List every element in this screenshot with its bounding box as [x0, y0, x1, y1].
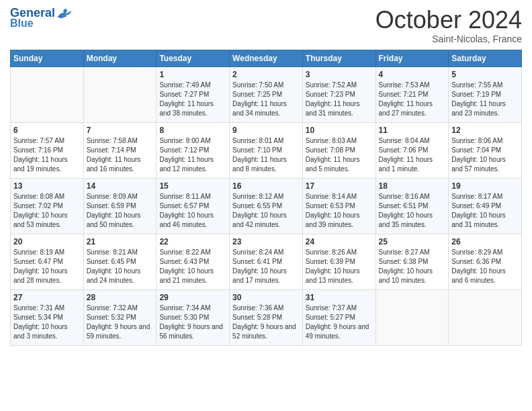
day-cell: 15Sunrise: 8:11 AM Sunset: 6:57 PM Dayli… — [157, 178, 230, 234]
day-header-friday: Friday — [375, 50, 449, 66]
day-info: Sunrise: 8:16 AM Sunset: 6:51 PM Dayligh… — [379, 192, 446, 230]
day-cell: 20Sunrise: 8:19 AM Sunset: 6:47 PM Dayli… — [11, 234, 84, 289]
day-cell: 12Sunrise: 8:06 AM Sunset: 7:04 PM Dayli… — [449, 122, 522, 178]
day-header-wednesday: Wednesday — [230, 50, 303, 66]
day-cell: 11Sunrise: 8:04 AM Sunset: 7:06 PM Dayli… — [375, 122, 449, 178]
day-info: Sunrise: 8:01 AM Sunset: 7:10 PM Dayligh… — [232, 136, 300, 174]
week-row-4: 20Sunrise: 8:19 AM Sunset: 6:47 PM Dayli… — [11, 234, 522, 289]
day-cell: 3Sunrise: 7:52 AM Sunset: 7:23 PM Daylig… — [302, 66, 375, 122]
day-info: Sunrise: 8:29 AM Sunset: 6:36 PM Dayligh… — [451, 248, 519, 285]
day-info: Sunrise: 8:19 AM Sunset: 6:47 PM Dayligh… — [13, 248, 81, 285]
day-info: Sunrise: 7:31 AM Sunset: 5:34 PM Dayligh… — [13, 304, 81, 341]
day-cell: 28Sunrise: 7:32 AM Sunset: 5:32 PM Dayli… — [83, 289, 157, 345]
day-cell: 25Sunrise: 8:27 AM Sunset: 6:38 PM Dayli… — [375, 234, 449, 289]
day-cell: 29Sunrise: 7:34 AM Sunset: 5:30 PM Dayli… — [157, 289, 230, 345]
day-cell: 4Sunrise: 7:53 AM Sunset: 7:21 PM Daylig… — [375, 66, 449, 122]
day-cell: 16Sunrise: 8:12 AM Sunset: 6:55 PM Dayli… — [230, 178, 303, 234]
week-row-5: 27Sunrise: 7:31 AM Sunset: 5:34 PM Dayli… — [11, 289, 522, 345]
day-info: Sunrise: 7:55 AM Sunset: 7:19 PM Dayligh… — [451, 81, 519, 118]
day-cell: 17Sunrise: 8:14 AM Sunset: 6:53 PM Dayli… — [302, 178, 375, 234]
week-row-1: 1Sunrise: 7:49 AM Sunset: 7:27 PM Daylig… — [11, 66, 522, 122]
header-row: SundayMondayTuesdayWednesdayThursdayFrid… — [11, 50, 522, 66]
day-header-thursday: Thursday — [302, 50, 375, 66]
day-number: 1 — [159, 70, 226, 79]
day-number: 26 — [451, 237, 519, 246]
day-number: 11 — [379, 126, 446, 135]
day-number: 20 — [13, 237, 81, 246]
day-number: 7 — [87, 126, 154, 135]
day-number: 12 — [451, 126, 519, 135]
day-info: Sunrise: 7:57 AM Sunset: 7:16 PM Dayligh… — [13, 136, 81, 174]
day-info: Sunrise: 8:04 AM Sunset: 7:06 PM Dayligh… — [379, 136, 446, 174]
day-number: 14 — [87, 181, 154, 191]
day-info: Sunrise: 7:53 AM Sunset: 7:21 PM Dayligh… — [379, 81, 446, 118]
day-cell: 18Sunrise: 8:16 AM Sunset: 6:51 PM Dayli… — [375, 178, 449, 234]
day-number: 24 — [306, 237, 373, 246]
day-info: Sunrise: 7:32 AM Sunset: 5:32 PM Dayligh… — [87, 304, 154, 341]
day-header-monday: Monday — [83, 50, 157, 66]
day-info: Sunrise: 8:17 AM Sunset: 6:49 PM Dayligh… — [451, 192, 519, 230]
day-number: 18 — [379, 181, 446, 191]
month-title: October 2024 — [375, 7, 522, 34]
logo-bird-icon — [56, 7, 73, 20]
day-number: 29 — [159, 293, 226, 302]
day-cell: 1Sunrise: 7:49 AM Sunset: 7:27 PM Daylig… — [157, 66, 230, 122]
day-info: Sunrise: 8:14 AM Sunset: 6:53 PM Dayligh… — [306, 192, 373, 230]
day-number: 22 — [159, 237, 226, 246]
day-cell: 24Sunrise: 8:26 AM Sunset: 6:39 PM Dayli… — [302, 234, 375, 289]
day-cell: 21Sunrise: 8:21 AM Sunset: 6:45 PM Dayli… — [83, 234, 157, 289]
day-number: 28 — [87, 293, 154, 302]
week-row-3: 13Sunrise: 8:08 AM Sunset: 7:02 PM Dayli… — [11, 178, 522, 234]
day-number: 6 — [13, 126, 81, 135]
day-cell: 2Sunrise: 7:50 AM Sunset: 7:25 PM Daylig… — [230, 66, 303, 122]
day-info: Sunrise: 7:58 AM Sunset: 7:14 PM Dayligh… — [87, 136, 154, 174]
day-number: 8 — [159, 126, 226, 135]
day-number: 31 — [306, 293, 373, 302]
day-cell: 26Sunrise: 8:29 AM Sunset: 6:36 PM Dayli… — [449, 234, 522, 289]
week-row-2: 6Sunrise: 7:57 AM Sunset: 7:16 PM Daylig… — [11, 122, 522, 178]
day-number: 4 — [379, 70, 446, 79]
day-info: Sunrise: 8:22 AM Sunset: 6:43 PM Dayligh… — [159, 248, 226, 285]
day-cell — [11, 66, 84, 122]
day-number: 19 — [451, 181, 519, 191]
day-info: Sunrise: 8:21 AM Sunset: 6:45 PM Dayligh… — [87, 248, 154, 285]
calendar-table: SundayMondayTuesdayWednesdayThursdayFrid… — [10, 50, 522, 346]
day-number: 2 — [232, 70, 300, 79]
day-cell: 31Sunrise: 7:37 AM Sunset: 5:27 PM Dayli… — [302, 289, 375, 345]
day-number: 3 — [306, 70, 373, 79]
day-info: Sunrise: 7:34 AM Sunset: 5:30 PM Dayligh… — [159, 304, 226, 341]
day-cell: 27Sunrise: 7:31 AM Sunset: 5:34 PM Dayli… — [11, 289, 84, 345]
day-info: Sunrise: 8:06 AM Sunset: 7:04 PM Dayligh… — [451, 136, 519, 174]
day-info: Sunrise: 8:00 AM Sunset: 7:12 PM Dayligh… — [159, 136, 226, 174]
day-number: 10 — [306, 126, 373, 135]
day-cell — [449, 289, 522, 345]
day-number: 21 — [87, 237, 154, 246]
day-info: Sunrise: 8:26 AM Sunset: 6:39 PM Dayligh… — [306, 248, 373, 285]
day-cell: 9Sunrise: 8:01 AM Sunset: 7:10 PM Daylig… — [230, 122, 303, 178]
title-block: October 2024 Saint-Nicolas, France — [375, 7, 522, 44]
header: General Blue October 2024 Saint-Nicolas,… — [10, 7, 522, 44]
day-info: Sunrise: 8:12 AM Sunset: 6:55 PM Dayligh… — [232, 192, 300, 230]
day-header-tuesday: Tuesday — [157, 50, 230, 66]
day-number: 27 — [13, 293, 81, 302]
day-number: 25 — [379, 237, 446, 246]
day-info: Sunrise: 7:36 AM Sunset: 5:28 PM Dayligh… — [232, 304, 300, 341]
day-info: Sunrise: 8:03 AM Sunset: 7:08 PM Dayligh… — [306, 136, 373, 174]
day-number: 16 — [232, 181, 300, 191]
day-number: 5 — [451, 70, 519, 79]
day-info: Sunrise: 8:27 AM Sunset: 6:38 PM Dayligh… — [379, 248, 446, 285]
day-info: Sunrise: 7:52 AM Sunset: 7:23 PM Dayligh… — [306, 81, 373, 118]
day-cell: 13Sunrise: 8:08 AM Sunset: 7:02 PM Dayli… — [11, 178, 84, 234]
day-number: 13 — [13, 181, 81, 191]
day-number: 17 — [306, 181, 373, 191]
day-number: 30 — [232, 293, 300, 302]
day-info: Sunrise: 7:37 AM Sunset: 5:27 PM Dayligh… — [306, 304, 373, 341]
day-cell: 23Sunrise: 8:24 AM Sunset: 6:41 PM Dayli… — [230, 234, 303, 289]
day-info: Sunrise: 8:09 AM Sunset: 6:59 PM Dayligh… — [87, 192, 154, 230]
day-cell: 30Sunrise: 7:36 AM Sunset: 5:28 PM Dayli… — [230, 289, 303, 345]
day-cell: 19Sunrise: 8:17 AM Sunset: 6:49 PM Dayli… — [449, 178, 522, 234]
day-cell: 6Sunrise: 7:57 AM Sunset: 7:16 PM Daylig… — [11, 122, 84, 178]
day-cell: 7Sunrise: 7:58 AM Sunset: 7:14 PM Daylig… — [83, 122, 157, 178]
page-container: General Blue October 2024 Saint-Nicolas,… — [0, 0, 532, 356]
location: Saint-Nicolas, France — [375, 34, 522, 44]
